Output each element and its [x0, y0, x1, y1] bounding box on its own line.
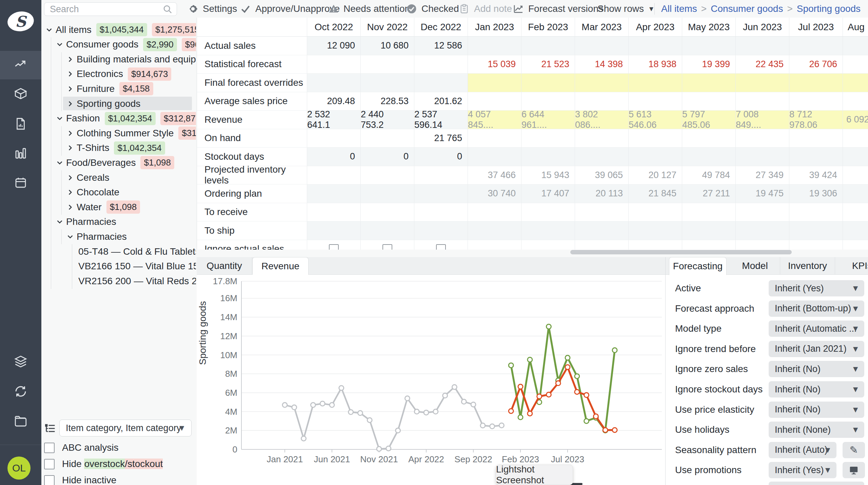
cell-to-receive-4[interactable] — [521, 203, 575, 222]
cell-on-hand-1[interactable] — [361, 129, 414, 148]
forecast-versions-button[interactable]: Forecast versions — [513, 0, 603, 18]
cell-statistical-forecast-6[interactable]: 18 938 — [629, 55, 682, 74]
checkbox[interactable] — [44, 459, 55, 469]
cell-ordering-plan-0[interactable] — [307, 185, 361, 203]
approve-button[interactable]: Approve/Unapprove — [240, 0, 340, 18]
cell-actual-sales-3[interactable] — [468, 37, 521, 55]
setting-dropdown-model-type[interactable]: Inherit (Automatic ...▼ — [769, 321, 864, 337]
setting-dropdown-use-price-elasticity[interactable]: Inherit (No)▼ — [769, 402, 864, 418]
settings-button[interactable]: Settings — [187, 0, 237, 18]
cell-average-sales-price-3[interactable] — [468, 92, 521, 111]
add-note-button[interactable]: Add note — [458, 0, 512, 18]
cell-average-sales-price-4[interactable] — [521, 92, 575, 111]
cell-stockout-days-3[interactable] — [468, 148, 521, 166]
cell-statistical-forecast-3[interactable]: 15 039 — [468, 55, 521, 74]
checked-button[interactable]: Checked — [406, 0, 459, 18]
cell-to-ship-0[interactable] — [307, 221, 361, 240]
setting-dropdown-seasonality-pattern[interactable]: Inherit (Auto)▼ — [769, 442, 836, 458]
breadcrumb-link-0[interactable]: All items — [661, 3, 697, 14]
cell-stockout-days-1[interactable]: 0 — [361, 148, 414, 166]
hierarchy-icon[interactable] — [44, 423, 56, 436]
cell-ignore-actual-sales-6[interactable] — [629, 240, 682, 250]
setting-dropdown-forecast-approach[interactable]: Inherit (Bottom-up)▼ — [769, 300, 864, 317]
cell-ordering-plan-6[interactable]: 21 845 — [629, 185, 682, 203]
cell-revenue-10[interactable]: 6 092 — [843, 111, 868, 129]
chevron-right-icon[interactable] — [66, 70, 75, 78]
cell-final-forecast-overrides-3[interactable] — [468, 74, 521, 92]
cell-ordering-plan-2[interactable] — [414, 185, 468, 203]
cell-average-sales-price-0[interactable]: 209.48 — [307, 92, 361, 111]
settings-tab-kpis[interactable]: KPIs — [842, 257, 868, 275]
cell-ordering-plan-4[interactable]: 17 407 — [521, 185, 575, 203]
cell-final-forecast-overrides-0[interactable] — [307, 74, 361, 92]
chart-tab-quantity[interactable]: Quantity — [197, 257, 252, 275]
tree-item-electronics[interactable]: Electronics$914,673 — [41, 67, 196, 81]
cell-revenue-4[interactable]: 6 644 961.... — [521, 111, 575, 129]
cell-to-receive-2[interactable] — [414, 203, 468, 222]
cell-to-receive-6[interactable] — [629, 203, 682, 222]
search-input[interactable] — [49, 3, 159, 15]
cell-stockout-days-10[interactable] — [843, 148, 868, 166]
cell-projected-inventory-levels-6[interactable]: 20 127 — [629, 166, 682, 185]
cell-ordering-plan-8[interactable]: 19 475 — [736, 185, 789, 203]
cell-statistical-forecast-4[interactable]: 21 523 — [521, 55, 575, 74]
cell-final-forecast-overrides-9[interactable] — [789, 74, 843, 92]
sidebar-item-bar-chart[interactable] — [0, 144, 41, 163]
cell-statistical-forecast-2[interactable] — [414, 55, 468, 74]
cell-to-receive-10[interactable] — [843, 203, 868, 222]
cell-ignore-actual-sales-7[interactable] — [682, 240, 736, 250]
cell-to-receive-3[interactable] — [468, 203, 521, 222]
cell-on-hand-0[interactable] — [307, 129, 361, 148]
cell-on-hand-8[interactable] — [736, 129, 789, 148]
settings-tab-forecasting[interactable]: Forecasting — [669, 257, 727, 275]
cell-final-forecast-overrides-2[interactable] — [414, 74, 468, 92]
chevron-down-icon[interactable] — [55, 158, 64, 167]
cell-final-forecast-overrides-6[interactable] — [629, 74, 682, 92]
cell-average-sales-price-10[interactable] — [843, 92, 868, 111]
chevron-down-icon[interactable] — [55, 217, 64, 226]
cell-revenue-7[interactable]: 5 797 485.06 — [682, 111, 736, 129]
cell-revenue-0[interactable]: 2 532 641.1 — [307, 111, 361, 129]
cell-to-receive-8[interactable] — [736, 203, 789, 222]
sidebar-item-trend[interactable] — [0, 56, 41, 75]
cell-actual-sales-2[interactable]: 12 586 — [414, 37, 468, 55]
settings-tab-model[interactable]: Model — [730, 257, 780, 275]
cell-ignore-actual-sales-1[interactable] — [361, 240, 414, 250]
cell-revenue-5[interactable]: 3 802 086.... — [575, 111, 629, 129]
sidebar-item-folder[interactable] — [0, 412, 41, 431]
chevron-right-icon[interactable] — [66, 129, 75, 138]
cell-actual-sales-8[interactable] — [736, 37, 789, 55]
cell-revenue-2[interactable]: 2 537 596.14 — [414, 111, 468, 129]
cell-average-sales-price-7[interactable] — [682, 92, 736, 111]
cell-statistical-forecast-0[interactable] — [307, 55, 361, 74]
cell-projected-inventory-levels-4[interactable]: 15 943 — [521, 166, 575, 185]
cell-final-forecast-overrides-10[interactable] — [843, 74, 868, 92]
setting-dropdown-use-holidays[interactable]: Inherit (None)▼ — [769, 422, 864, 438]
cell-average-sales-price-1[interactable]: 228.53 — [361, 92, 414, 111]
ignore-actual-sales-checkbox[interactable] — [382, 244, 392, 250]
cell-projected-inventory-levels-3[interactable]: 37 466 — [468, 166, 521, 185]
tree-item-food-beverages[interactable]: Food/Beverages$1,098 — [41, 155, 196, 170]
cell-actual-sales-4[interactable] — [521, 37, 575, 55]
cell-actual-sales-6[interactable] — [629, 37, 682, 55]
cell-statistical-forecast-8[interactable]: 22 435 — [736, 55, 789, 74]
cell-on-hand-6[interactable] — [629, 129, 682, 148]
cell-statistical-forecast-9[interactable]: 26 706 — [789, 55, 843, 74]
cell-to-receive-9[interactable] — [789, 203, 843, 222]
cell-ordering-plan-9[interactable]: 19 306 — [789, 185, 843, 203]
avatar[interactable]: OL — [7, 457, 31, 480]
cell-ordering-plan-3[interactable]: 30 740 — [468, 185, 521, 203]
cell-statistical-forecast-5[interactable]: 14 398 — [575, 55, 629, 74]
tree-item-building-materials-and-equipme[interactable]: Building materials and equipme — [41, 52, 196, 66]
cell-ignore-actual-sales-5[interactable] — [575, 240, 629, 250]
tree-item-consumer-goods[interactable]: Consumer goods$2,990$961 — [41, 37, 196, 52]
cell-projected-inventory-levels-10[interactable] — [843, 166, 868, 185]
cell-revenue-1[interactable]: 2 440 753.2 — [361, 111, 414, 129]
cell-stockout-days-0[interactable]: 0 — [307, 148, 361, 166]
cell-to-ship-9[interactable] — [789, 221, 843, 240]
chevron-right-icon[interactable] — [66, 188, 75, 197]
cell-ignore-actual-sales-2[interactable] — [414, 240, 468, 250]
chevron-down-icon[interactable] — [45, 25, 54, 34]
needs-attention-button[interactable]: Needs attention — [328, 0, 410, 18]
tree-item-vr2156-200-vital-reds-200[interactable]: VR2156 200 — Vital Reds 200 — [41, 274, 196, 288]
